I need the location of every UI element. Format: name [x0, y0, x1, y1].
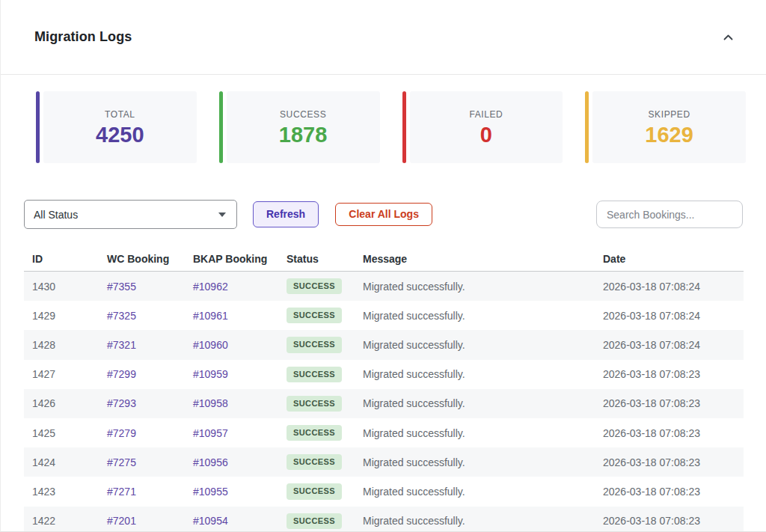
- bkap-booking-link[interactable]: #10961: [193, 310, 228, 322]
- collapse-button[interactable]: [719, 27, 738, 47]
- controls-bar: All Status Refresh Clear All Logs: [24, 200, 743, 229]
- status-badge: SUCCESS: [287, 425, 342, 441]
- bkap-booking-link[interactable]: #10957: [193, 427, 228, 439]
- stat-label: SKIPPED: [649, 109, 690, 120]
- cell-bkap-booking: #10958: [186, 389, 279, 418]
- cell-id: 1429: [24, 301, 99, 330]
- cell-status: SUCCESS: [279, 389, 355, 418]
- stat-card-body: SUCCESS1878: [227, 91, 380, 163]
- cell-message: Migrated successfully.: [355, 330, 595, 359]
- cell-message: Migrated successfully.: [355, 272, 595, 302]
- column-header-bkap-booking: BKAP Booking: [186, 247, 279, 272]
- table-row: 1426#7293#10958SUCCESSMigrated successfu…: [24, 389, 744, 418]
- wc-booking-link[interactable]: #7279: [107, 427, 136, 439]
- cell-date: 2026-03-18 07:08:23: [595, 477, 744, 506]
- wc-booking-link[interactable]: #7321: [107, 339, 136, 351]
- chevron-up-icon: [723, 31, 733, 43]
- cell-wc-booking: #7321: [99, 330, 186, 359]
- cell-wc-booking: #7299: [99, 360, 186, 389]
- migration-logs-panel: Migration Logs TOTAL4250SUCCESS1878FAILE…: [0, 0, 766, 532]
- table-row: 1430#7355#10962SUCCESSMigrated successfu…: [24, 272, 744, 302]
- cell-status: SUCCESS: [279, 301, 355, 330]
- column-header-date: Date: [595, 247, 744, 272]
- cell-id: 1424: [24, 447, 99, 477]
- cell-bkap-booking: #10960: [186, 330, 279, 359]
- search-input[interactable]: [596, 201, 743, 228]
- stat-card-success: SUCCESS1878: [219, 91, 380, 163]
- bkap-booking-link[interactable]: #10954: [193, 515, 228, 527]
- stat-accent-bar: [36, 91, 40, 163]
- table-row: 1428#7321#10960SUCCESSMigrated successfu…: [24, 330, 744, 359]
- status-badge: SUCCESS: [287, 396, 342, 412]
- cell-id: 1422: [24, 507, 99, 532]
- stat-card-skipped: SKIPPED1629: [585, 91, 746, 163]
- status-filter-select[interactable]: All Status: [24, 200, 237, 229]
- logs-table-header: ID WC Booking BKAP Booking Status Messag…: [24, 247, 744, 272]
- cell-wc-booking: #7275: [99, 447, 186, 477]
- cell-status: SUCCESS: [279, 272, 355, 302]
- cell-wc-booking: #7271: [99, 477, 186, 506]
- cell-message: Migrated successfully.: [355, 447, 595, 477]
- stat-card-body: FAILED0: [410, 91, 563, 163]
- stat-value: 4250: [96, 124, 144, 146]
- stat-accent-bar: [219, 91, 223, 163]
- stat-label: SUCCESS: [280, 109, 326, 120]
- cell-date: 2026-03-18 07:08:23: [595, 447, 744, 477]
- wc-booking-link[interactable]: #7275: [107, 456, 136, 468]
- cell-bkap-booking: #10959: [186, 360, 279, 389]
- wc-booking-link[interactable]: #7271: [107, 486, 136, 498]
- bkap-booking-link[interactable]: #10960: [193, 339, 228, 351]
- clear-all-logs-button[interactable]: Clear All Logs: [335, 203, 432, 225]
- stat-label: TOTAL: [105, 109, 135, 120]
- stat-accent-bar: [585, 91, 589, 163]
- table-row: 1422#7201#10954SUCCESSMigrated successfu…: [24, 507, 744, 532]
- bkap-booking-link[interactable]: #10959: [193, 368, 228, 380]
- cell-wc-booking: #7201: [99, 507, 186, 532]
- logs-table-body: 1430#7355#10962SUCCESSMigrated successfu…: [24, 272, 744, 532]
- stat-card-total: TOTAL4250: [36, 91, 197, 163]
- cell-date: 2026-03-18 07:08:23: [595, 389, 744, 418]
- cell-wc-booking: #7279: [99, 418, 186, 447]
- wc-booking-link[interactable]: #7293: [107, 397, 136, 409]
- cell-wc-booking: #7325: [99, 301, 186, 330]
- cell-bkap-booking: #10962: [186, 272, 279, 302]
- wc-booking-link[interactable]: #7201: [107, 515, 136, 527]
- table-row: 1423#7271#10955SUCCESSMigrated successfu…: [24, 477, 744, 506]
- status-badge: SUCCESS: [287, 367, 342, 382]
- column-header-id: ID: [24, 247, 99, 272]
- column-header-wc-booking: WC Booking: [99, 247, 186, 272]
- cell-date: 2026-03-18 07:08:24: [595, 330, 744, 359]
- stat-value: 0: [480, 124, 492, 146]
- cell-bkap-booking: #10961: [186, 301, 279, 330]
- stat-card-body: SKIPPED1629: [592, 91, 746, 163]
- refresh-button[interactable]: Refresh: [253, 201, 319, 227]
- cell-id: 1426: [24, 389, 99, 418]
- cell-message: Migrated successfully.: [355, 389, 595, 418]
- table-row: 1427#7299#10959SUCCESSMigrated successfu…: [24, 360, 744, 389]
- cell-status: SUCCESS: [279, 477, 355, 506]
- bkap-booking-link[interactable]: #10962: [193, 281, 228, 293]
- cell-message: Migrated successfully.: [355, 360, 595, 389]
- cell-date: 2026-03-18 07:08:23: [595, 418, 744, 447]
- status-badge: SUCCESS: [287, 278, 342, 294]
- stat-card-failed: FAILED0: [402, 91, 563, 163]
- table-row: 1424#7275#10956SUCCESSMigrated successfu…: [24, 447, 744, 477]
- cell-status: SUCCESS: [279, 507, 355, 532]
- stat-label: FAILED: [469, 109, 503, 120]
- wc-booking-link[interactable]: #7299: [107, 368, 136, 380]
- cell-status: SUCCESS: [279, 330, 355, 359]
- bkap-booking-link[interactable]: #10958: [193, 397, 228, 409]
- bkap-booking-link[interactable]: #10956: [193, 456, 228, 468]
- cell-message: Migrated successfully.: [355, 418, 595, 447]
- column-header-message: Message: [355, 247, 595, 272]
- cell-status: SUCCESS: [279, 447, 355, 477]
- cell-message: Migrated successfully.: [355, 301, 595, 330]
- cell-bkap-booking: #10957: [186, 418, 279, 447]
- cell-date: 2026-03-18 07:08:23: [595, 360, 744, 389]
- stat-value: 1629: [645, 124, 693, 146]
- wc-booking-link[interactable]: #7355: [107, 281, 136, 293]
- status-filter: All Status: [24, 200, 237, 229]
- bkap-booking-link[interactable]: #10955: [193, 486, 228, 498]
- cell-id: 1425: [24, 418, 99, 447]
- wc-booking-link[interactable]: #7325: [107, 310, 136, 322]
